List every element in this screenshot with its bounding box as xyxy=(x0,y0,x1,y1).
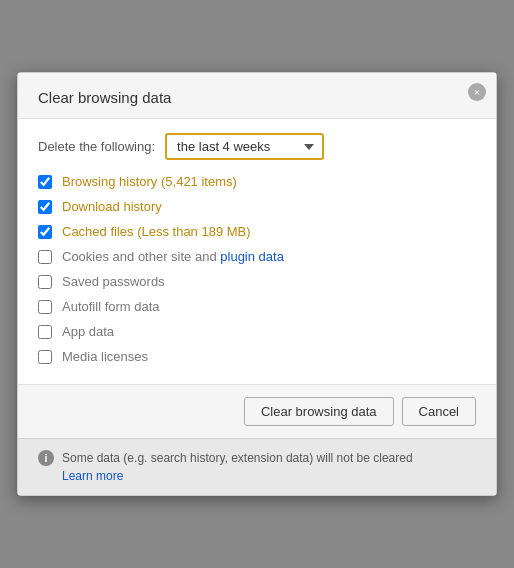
autofill-label[interactable]: Autofill form data xyxy=(62,299,160,314)
info-message: Some data (e.g. search history, extensio… xyxy=(62,451,413,465)
list-item: App data xyxy=(38,324,476,339)
cookies-label-text: Cookies and other site and xyxy=(62,249,220,264)
info-text: Some data (e.g. search history, extensio… xyxy=(62,449,413,485)
browsing-history-checkbox[interactable] xyxy=(38,175,52,189)
clear-browsing-data-dialog: × Clear browsing data Delete the followi… xyxy=(17,72,497,496)
delete-label: Delete the following: xyxy=(38,139,155,154)
list-item: Cached files (Less than 189 MB) xyxy=(38,224,476,239)
checkbox-list: Browsing history (5,421 items) Download … xyxy=(38,174,476,364)
list-item: Media licenses xyxy=(38,349,476,364)
cached-files-label[interactable]: Cached files (Less than 189 MB) xyxy=(62,224,251,239)
dialog-body: Delete the following: the last hour the … xyxy=(18,119,496,384)
saved-passwords-label[interactable]: Saved passwords xyxy=(62,274,165,289)
download-history-checkbox[interactable] xyxy=(38,200,52,214)
cookies-checkbox[interactable] xyxy=(38,250,52,264)
dialog-title: Clear browsing data xyxy=(38,89,171,106)
list-item: Saved passwords xyxy=(38,274,476,289)
saved-passwords-checkbox[interactable] xyxy=(38,275,52,289)
download-history-label[interactable]: Download history xyxy=(62,199,162,214)
list-item: Browsing history (5,421 items) xyxy=(38,174,476,189)
list-item: Download history xyxy=(38,199,476,214)
app-data-checkbox[interactable] xyxy=(38,325,52,339)
media-licenses-checkbox[interactable] xyxy=(38,350,52,364)
cached-files-checkbox[interactable] xyxy=(38,225,52,239)
dialog-footer-info: i Some data (e.g. search history, extens… xyxy=(18,438,496,495)
app-data-label[interactable]: App data xyxy=(62,324,114,339)
clear-browsing-data-button[interactable]: Clear browsing data xyxy=(244,397,394,426)
dialog-header: Clear browsing data xyxy=(18,73,496,119)
info-icon: i xyxy=(38,450,54,466)
cookies-label[interactable]: Cookies and other site and plugin data xyxy=(62,249,284,264)
period-select[interactable]: the last hour the last day the last week… xyxy=(165,133,324,160)
browsing-history-label[interactable]: Browsing history (5,421 items) xyxy=(62,174,237,189)
dialog-footer-buttons: Clear browsing data Cancel xyxy=(18,384,496,438)
autofill-checkbox[interactable] xyxy=(38,300,52,314)
cookies-plugin-link[interactable]: plugin data xyxy=(220,249,284,264)
close-button[interactable]: × xyxy=(468,83,486,101)
learn-more-link[interactable]: Learn more xyxy=(62,469,123,483)
list-item: Cookies and other site and plugin data xyxy=(38,249,476,264)
list-item: Autofill form data xyxy=(38,299,476,314)
delete-row: Delete the following: the last hour the … xyxy=(38,133,476,160)
cancel-button[interactable]: Cancel xyxy=(402,397,476,426)
media-licenses-label[interactable]: Media licenses xyxy=(62,349,148,364)
